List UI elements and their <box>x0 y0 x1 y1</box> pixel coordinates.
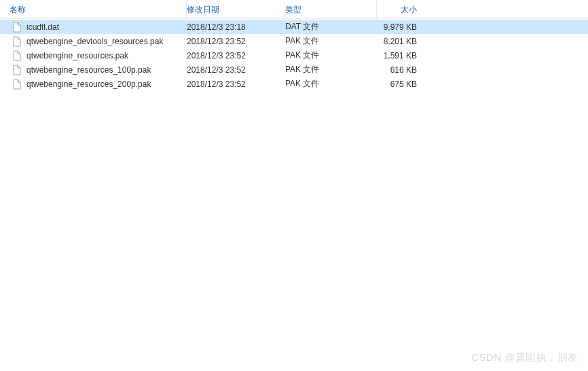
file-date-cell: 2018/12/3 23:52 <box>187 34 285 48</box>
column-header-date[interactable]: 修改日期 <box>187 0 285 18</box>
column-header-size[interactable]: 大小 <box>377 0 421 18</box>
file-date-cell: 2018/12/3 23:18 <box>187 20 285 34</box>
file-size-cell: 9,979 KB <box>377 20 421 34</box>
file-type-cell: PAK 文件 <box>285 77 377 91</box>
file-date-cell: 2018/12/3 23:52 <box>187 77 285 91</box>
file-row[interactable]: qtwebengine_resources.pak2018/12/3 23:52… <box>0 48 588 63</box>
file-name-text: icudtl.dat <box>26 22 59 32</box>
file-type-cell: PAK 文件 <box>285 34 377 48</box>
file-icon <box>12 36 22 47</box>
file-name-text: qtwebengine_devtools_resources.pak <box>26 37 163 46</box>
file-size-cell: 8,201 KB <box>377 34 421 48</box>
file-size-cell: 1,591 KB <box>377 48 421 63</box>
file-icon <box>12 65 22 75</box>
watermark-text: CSDN @莫固执，朋友 <box>471 351 578 364</box>
file-row[interactable]: qtwebengine_resources_100p.pak2018/12/3 … <box>0 63 588 77</box>
file-type-cell: PAK 文件 <box>285 48 377 63</box>
file-name-cell: qtwebengine_resources.pak <box>0 48 187 63</box>
file-name-cell: qtwebengine_resources_100p.pak <box>0 63 187 77</box>
file-date-cell: 2018/12/3 23:52 <box>187 63 285 77</box>
column-header-type[interactable]: 类型 <box>285 0 377 18</box>
file-name-cell: qtwebengine_resources_200p.pak <box>0 77 187 91</box>
file-list: icudtl.dat2018/12/3 23:18DAT 文件9,979 KB … <box>0 19 588 91</box>
file-icon <box>12 22 22 33</box>
file-row[interactable]: icudtl.dat2018/12/3 23:18DAT 文件9,979 KB <box>0 20 588 34</box>
file-name-text: qtwebengine_resources_100p.pak <box>26 65 151 75</box>
column-header-name[interactable]: 名称 <box>0 0 187 18</box>
file-type-cell: PAK 文件 <box>285 63 377 77</box>
file-row[interactable]: qtwebengine_resources_200p.pak2018/12/3 … <box>0 77 588 91</box>
file-date-cell: 2018/12/3 23:52 <box>187 48 285 63</box>
file-icon <box>12 79 22 90</box>
file-size-cell: 675 KB <box>377 77 421 91</box>
file-name-cell: icudtl.dat <box>0 20 187 34</box>
file-name-text: qtwebengine_resources_200p.pak <box>26 80 151 89</box>
file-name-text: qtwebengine_resources.pak <box>26 51 128 60</box>
column-header-row: 名称 修改日期 类型 大小 <box>0 0 588 19</box>
file-row[interactable]: qtwebengine_devtools_resources.pak2018/1… <box>0 34 588 48</box>
file-name-cell: qtwebengine_devtools_resources.pak <box>0 34 187 48</box>
file-icon <box>12 50 22 61</box>
file-size-cell: 616 KB <box>377 63 421 77</box>
file-type-cell: DAT 文件 <box>285 20 377 34</box>
